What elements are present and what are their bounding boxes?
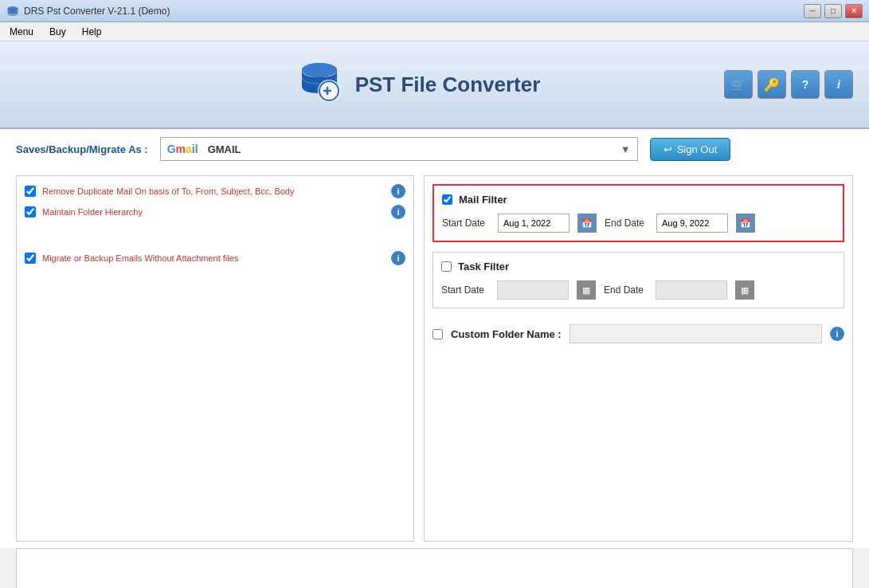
- mail-start-calendar-button[interactable]: 📅: [577, 214, 597, 233]
- mail-filter-header: Mail Filter: [442, 194, 835, 206]
- duplicate-mail-label: Remove Duplicate Mail On basis of To, Fr…: [42, 186, 294, 196]
- gmail-select-dropdown[interactable]: Gmail GMAIL ▼: [160, 137, 638, 161]
- option-row-1: Remove Duplicate Mail On basis of To, Fr…: [25, 184, 405, 198]
- task-filter-date-row: Start Date ▦ End Date ▦: [441, 280, 836, 300]
- sign-out-icon: ↩: [663, 143, 672, 155]
- mail-end-calendar-button[interactable]: 📅: [736, 214, 755, 233]
- custom-folder-input[interactable]: [570, 324, 822, 343]
- mail-start-date-input[interactable]: [498, 214, 570, 233]
- folder-hierarchy-checkbox[interactable]: [25, 206, 36, 218]
- no-attachment-info-badge[interactable]: i: [391, 251, 405, 265]
- info-button[interactable]: i: [824, 70, 853, 99]
- left-panel: Remove Duplicate Mail On basis of To, Fr…: [16, 175, 414, 542]
- save-backup-row: Saves/Backup/Migrate As : Gmail GMAIL ▼ …: [0, 129, 869, 169]
- mail-filter-date-row: Start Date 📅 End Date 📅: [442, 214, 835, 233]
- folder-hierarchy-info-badge[interactable]: i: [391, 205, 405, 219]
- mail-start-date-label: Start Date: [442, 218, 490, 229]
- minimize-button[interactable]: ─: [804, 4, 821, 18]
- main-content: Remove Duplicate Mail On basis of To, Fr…: [0, 169, 869, 548]
- app-icon: [6, 5, 19, 18]
- window-controls: ─ □ ✕: [804, 4, 863, 18]
- task-end-date-label: End Date: [604, 284, 648, 296]
- no-attachment-label: Migrate or Backup Emails Without Attachm…: [42, 253, 238, 263]
- duplicate-mail-checkbox[interactable]: [25, 186, 36, 197]
- svg-point-2: [7, 11, 18, 16]
- task-start-date-label: Start Date: [441, 284, 489, 296]
- custom-folder-info-badge[interactable]: i: [830, 327, 844, 341]
- task-filter-checkbox[interactable]: [441, 261, 452, 272]
- title-bar: DRS Pst Converter V-21.1 (Demo) ─ □ ✕: [0, 0, 869, 22]
- save-label: Saves/Backup/Migrate As :: [16, 143, 148, 155]
- app-title-header: PST File Converter: [355, 73, 541, 97]
- help-button[interactable]: ?: [791, 70, 820, 99]
- task-end-calendar-button[interactable]: ▦: [735, 280, 754, 300]
- option-row-3: Migrate or Backup Emails Without Attachm…: [25, 251, 405, 265]
- gmail-select-value: GMAIL: [208, 143, 241, 155]
- sign-out-button[interactable]: ↩ Sign Out: [650, 138, 731, 161]
- custom-folder-row: Custom Folder Name : i: [433, 318, 844, 350]
- header-center: PST File Converter: [112, 61, 724, 108]
- duplicate-mail-info-badge[interactable]: i: [391, 184, 405, 198]
- mail-end-date-input[interactable]: [656, 214, 728, 233]
- task-start-calendar-button[interactable]: ▦: [577, 280, 596, 300]
- right-panel: Mail Filter Start Date 📅 End Date 📅 Task…: [424, 175, 853, 542]
- cart-button[interactable]: 🛒: [724, 70, 753, 99]
- menu-item-buy[interactable]: Buy: [46, 25, 69, 39]
- log-area: [16, 548, 853, 588]
- task-filter-section: Task Filter Start Date ▦ End Date ▦: [433, 252, 844, 308]
- key-button[interactable]: 🔑: [757, 70, 786, 99]
- task-filter-title: Task Filter: [458, 261, 509, 272]
- folder-hierarchy-label: Maintain Folder Hierarchy: [42, 207, 143, 217]
- app-header: PST File Converter 🛒 🔑 ? i: [0, 41, 869, 129]
- svg-point-4: [302, 63, 337, 77]
- close-button[interactable]: ✕: [845, 4, 863, 18]
- mail-filter-title: Mail Filter: [459, 194, 507, 206]
- no-attachment-checkbox[interactable]: [25, 253, 36, 264]
- mail-end-date-label: End Date: [605, 218, 648, 229]
- app-title: DRS Pst Converter V-21.1 (Demo): [24, 6, 170, 17]
- custom-folder-checkbox[interactable]: [433, 329, 443, 339]
- mail-filter-checkbox[interactable]: [442, 194, 452, 205]
- header-buttons: 🛒 🔑 ? i: [724, 70, 853, 99]
- menu-item-menu[interactable]: Menu: [6, 25, 37, 39]
- task-start-date-input[interactable]: [497, 280, 569, 300]
- menu-item-help[interactable]: Help: [79, 25, 105, 39]
- maximize-button[interactable]: □: [824, 4, 842, 18]
- custom-folder-label: Custom Folder Name :: [451, 328, 562, 340]
- task-end-date-input[interactable]: [656, 280, 727, 300]
- database-icon: [296, 61, 343, 108]
- dropdown-arrow-icon: ▼: [620, 143, 631, 155]
- option-row-2: Maintain Folder Hierarchy i: [25, 205, 405, 219]
- mail-filter-section: Mail Filter Start Date 📅 End Date 📅: [433, 184, 844, 242]
- sign-out-label: Sign Out: [677, 143, 718, 155]
- gmail-logo: Gmail: [167, 143, 198, 155]
- menu-bar: Menu Buy Help: [0, 22, 869, 41]
- task-filter-header: Task Filter: [441, 261, 836, 272]
